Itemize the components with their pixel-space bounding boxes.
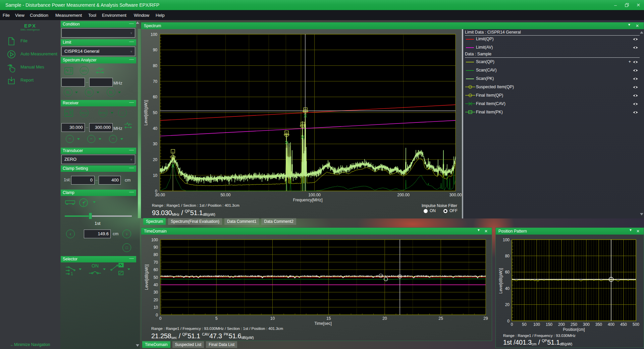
svg-text:90: 90 [154,245,158,250]
svg-text:1: 1 [71,271,73,276]
svg-text:70: 70 [153,79,158,84]
svg-text:250: 250 [571,322,577,327]
svg-text:80: 80 [153,63,158,68]
svg-text:50: 50 [154,275,158,280]
svg-text:Level[dB(pW)]: Level[dB(pW)] [144,100,148,126]
svg-text:300: 300 [583,322,590,327]
svg-text:40: 40 [153,126,158,131]
svg-text:450: 450 [620,322,627,327]
svg-text:Time[sec]: Time[sec] [314,321,332,326]
svg-text:50: 50 [153,110,158,115]
svg-text:Level[dB(pW)]: Level[dB(pW)] [144,264,149,290]
svg-text:200.00: 200.00 [397,193,410,197]
svg-text:100: 100 [151,238,158,242]
svg-text:10: 10 [153,173,158,178]
svg-text:0: 0 [511,322,513,327]
svg-text:200: 200 [558,322,565,327]
svg-text:Level[dB(pW)]: Level[dB(pW)] [498,268,503,294]
svg-text:100: 100 [533,322,540,327]
svg-text:Frequency[MHz]: Frequency[MHz] [293,198,322,202]
svg-text:90: 90 [153,48,158,52]
svg-text:80: 80 [154,252,158,257]
svg-text:100: 100 [503,238,509,242]
svg-text:60: 60 [505,270,510,275]
svg-text:40: 40 [154,283,158,287]
svg-text:40: 40 [505,286,510,291]
svg-text:Position[cm]: Position[cm] [563,327,585,332]
svg-text:300.00: 300.00 [449,193,462,197]
svg-text:20: 20 [382,316,387,321]
svg-text:80: 80 [505,254,510,258]
svg-text:100: 100 [151,32,157,37]
svg-text:50: 50 [522,322,527,327]
svg-text:1: 1 [83,203,85,206]
svg-text:20: 20 [505,302,510,307]
svg-text:30: 30 [153,142,158,146]
svg-text:0: 0 [159,316,162,321]
svg-text:60: 60 [154,267,158,272]
svg-text:20: 20 [153,157,158,162]
svg-text:25: 25 [439,316,443,321]
svg-text:0: 0 [507,319,509,323]
svg-text:0: 0 [156,313,158,317]
svg-text:50.00: 50.00 [220,193,230,197]
svg-text:10: 10 [154,305,158,310]
svg-text:350: 350 [595,322,602,327]
svg-text:400: 400 [608,322,614,327]
svg-text:60: 60 [153,95,158,99]
svg-text:100.00: 100.00 [308,193,321,197]
svg-text:30: 30 [154,290,158,295]
svg-text:30.00: 30.00 [155,193,165,197]
svg-text:15: 15 [326,316,331,321]
svg-text:70: 70 [154,260,158,265]
svg-text:150: 150 [546,322,552,327]
svg-text:500: 500 [633,322,639,327]
svg-text:10: 10 [270,316,275,321]
svg-text:29: 29 [483,316,488,321]
svg-text:20: 20 [154,298,158,302]
svg-text:5: 5 [215,316,218,321]
